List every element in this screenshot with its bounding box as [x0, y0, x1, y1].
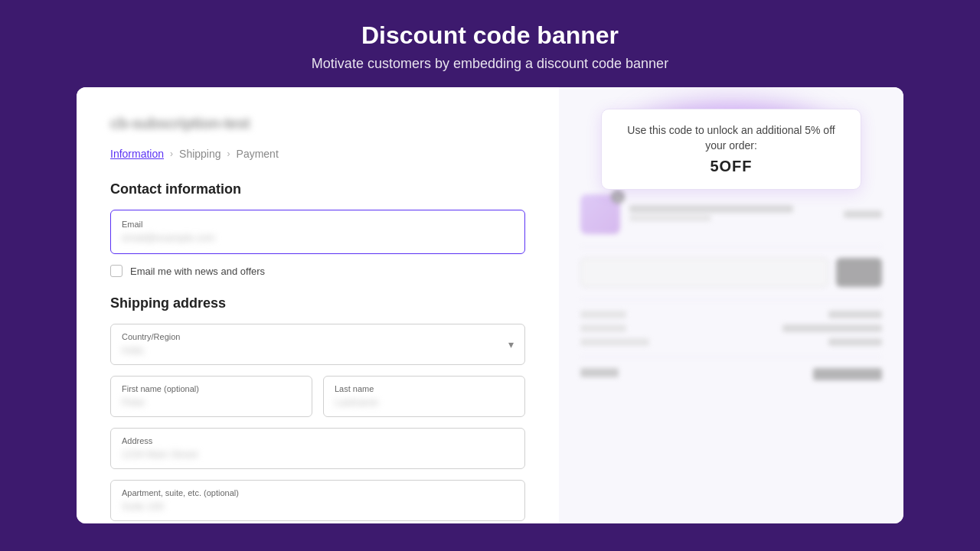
- tax-label: [580, 338, 649, 346]
- email-label: Email: [122, 220, 514, 229]
- banner-text: Use this code to unlock an additional 5%…: [620, 123, 842, 153]
- discount-code-input[interactable]: [580, 258, 828, 287]
- email-value: email@example.com: [122, 232, 215, 243]
- breadcrumb-payment[interactable]: Payment: [237, 148, 279, 160]
- subtotal-value: [828, 311, 882, 318]
- apt-form-group: Apartment, suite, etc. (optional) Suite …: [110, 480, 525, 521]
- checkout-right-panel: Use this code to unlock an additional 5%…: [559, 87, 903, 523]
- page-subtitle: Motivate customers by embedding a discou…: [312, 56, 668, 72]
- last-name-field[interactable]: Last name Lastname: [323, 376, 525, 417]
- apt-label: Apartment, suite, etc. (optional): [122, 488, 514, 497]
- contact-section-title: Contact information: [110, 181, 525, 197]
- first-name-field[interactable]: First name (optional) Peter: [110, 376, 312, 417]
- page-title: Discount code banner: [312, 21, 668, 50]
- first-name-label: First name (optional): [122, 384, 301, 393]
- address-label: Address: [122, 436, 514, 445]
- checkout-left-panel: cb-subscription-test Information › Shipp…: [77, 87, 559, 523]
- shipping-label: [580, 324, 626, 332]
- total-label: [580, 368, 619, 377]
- email-field-container[interactable]: Email email@example.com: [110, 210, 525, 254]
- discount-banner: Use this code to unlock an additional 5%…: [601, 109, 861, 190]
- email-checkbox[interactable]: [110, 265, 122, 277]
- breadcrumb: Information › Shipping › Payment: [110, 148, 525, 160]
- item-badge: 1: [611, 190, 625, 204]
- discount-input-row: [580, 258, 882, 287]
- divider-3: [580, 357, 882, 357]
- shipping-section-title: Shipping address: [110, 295, 525, 311]
- breadcrumb-shipping[interactable]: Shipping: [179, 148, 221, 160]
- breadcrumb-sep-1: ›: [170, 148, 173, 159]
- address-form-group: Address 1234 Main Street: [110, 428, 525, 469]
- item-variant: [629, 215, 711, 221]
- subtotal-row: [580, 311, 882, 318]
- tax-value: [828, 338, 882, 346]
- order-item: 1: [580, 194, 882, 234]
- checkbox-label: Email me with news and offers: [130, 266, 265, 277]
- breadcrumb-information[interactable]: Information: [110, 148, 164, 160]
- address-field[interactable]: Address 1234 Main Street: [110, 428, 525, 469]
- country-field[interactable]: Country/Region India ▾: [110, 324, 525, 365]
- store-title: cb-subscription-test: [110, 115, 525, 132]
- demo-container: cb-subscription-test Information › Shipp…: [77, 87, 903, 523]
- apt-value: Suite 100: [122, 500, 164, 512]
- country-label: Country/Region: [122, 332, 180, 341]
- banner-card: Use this code to unlock an additional 5%…: [601, 109, 861, 190]
- email-form-group: Email email@example.com: [110, 210, 525, 254]
- item-details: [629, 205, 835, 223]
- breadcrumb-sep-2: ›: [227, 148, 230, 159]
- page-header: Discount code banner Motivate customers …: [296, 0, 684, 87]
- subtotal-label: [580, 311, 626, 318]
- apt-field[interactable]: Apartment, suite, etc. (optional) Suite …: [110, 480, 525, 521]
- address-value: 1234 Main Street: [122, 448, 198, 460]
- total-value: [813, 368, 882, 380]
- last-name-value: Lastname: [335, 396, 378, 408]
- checkbox-row: Email me with news and offers: [110, 265, 525, 277]
- tax-row: [580, 338, 882, 346]
- shipping-value: [782, 324, 882, 332]
- item-thumbnail: 1: [580, 194, 620, 234]
- shipping-row: [580, 324, 882, 332]
- country-value: India: [122, 344, 143, 356]
- total-row: [580, 368, 882, 380]
- dropdown-arrow-icon: ▾: [508, 338, 514, 350]
- first-name-value: Peter: [122, 396, 145, 408]
- banner-code: 5OFF: [710, 158, 752, 174]
- apply-button[interactable]: [836, 258, 882, 287]
- name-row: First name (optional) Peter Last name La…: [110, 376, 525, 417]
- item-name: [629, 205, 793, 213]
- divider-1: [580, 246, 882, 247]
- last-name-label: Last name: [335, 384, 514, 393]
- item-price: [844, 210, 882, 218]
- divider-2: [580, 299, 882, 300]
